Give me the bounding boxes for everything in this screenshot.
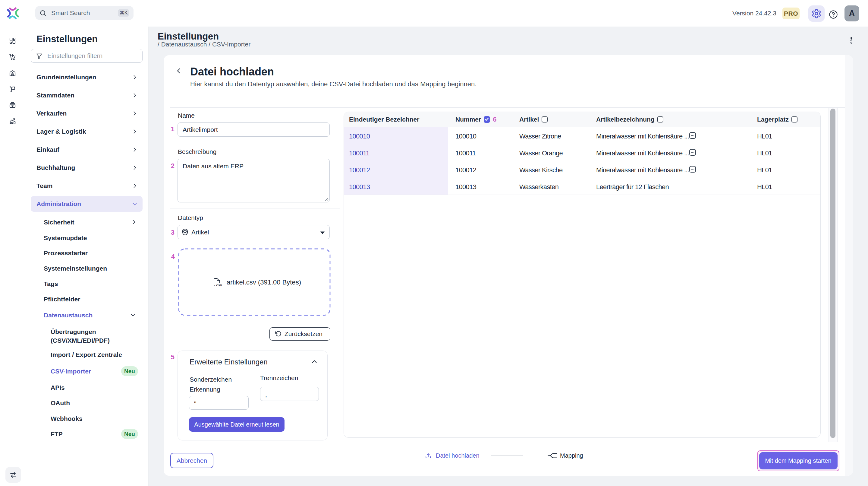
svg-text:csv: csv [216,283,222,287]
